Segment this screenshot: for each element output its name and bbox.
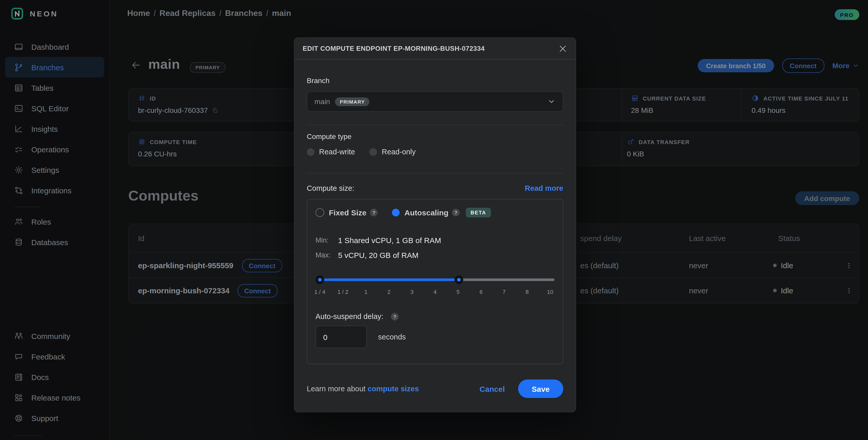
cancel-button[interactable]: Cancel bbox=[479, 384, 505, 393]
compute-type-label: Compute type bbox=[307, 132, 563, 140]
primary-badge: PRIMARY bbox=[335, 97, 370, 106]
min-label: Min: bbox=[315, 237, 338, 244]
radio-label: Read-only bbox=[382, 148, 415, 156]
slider-ticks: 1 / 4 1 / 2 1 2 3 4 5 6 7 8 10 bbox=[315, 289, 555, 295]
slider-min-handle[interactable] bbox=[315, 275, 324, 284]
learn-more-prefix: Learn more about bbox=[307, 385, 368, 393]
chevron-down-icon bbox=[547, 97, 556, 106]
save-button[interactable]: Save bbox=[518, 379, 563, 398]
branch-select[interactable]: main PRIMARY bbox=[307, 91, 563, 112]
slider-tick: 1 bbox=[364, 289, 367, 295]
auto-suspend-unit: seconds bbox=[378, 333, 406, 341]
radio-icon bbox=[307, 148, 314, 156]
slider-max-handle[interactable] bbox=[455, 275, 463, 284]
min-value: 1 Shared vCPU, 1 GB of RAM bbox=[338, 236, 441, 245]
radio-read-only[interactable]: Read-only bbox=[369, 148, 415, 156]
slider-tick: 3 bbox=[410, 289, 413, 295]
slider-tick: 6 bbox=[479, 289, 483, 295]
app: NEON Dashboard Branches Tables SQL Edito… bbox=[0, 0, 868, 440]
auto-suspend-label: Auto-suspend delay: bbox=[315, 312, 383, 320]
compute-size-fieldset: Fixed Size ? Autoscaling ? BETA Min: 1 S… bbox=[307, 199, 563, 364]
divider bbox=[307, 125, 563, 125]
auto-suspend-input-row: 0 seconds bbox=[315, 326, 555, 348]
slider-tick: 5 bbox=[457, 289, 460, 295]
branch-select-value: main bbox=[314, 97, 330, 106]
auto-suspend-label-row: Auto-suspend delay: ? bbox=[315, 312, 555, 320]
radio-label: Read-write bbox=[319, 148, 355, 156]
divider bbox=[307, 173, 563, 173]
slider-tick: 10 bbox=[547, 289, 554, 295]
slider-tick: 8 bbox=[526, 289, 529, 295]
max-size-row: Max: 5 vCPU, 20 GB of RAM bbox=[315, 251, 555, 259]
compute-type-options: Read-write Read-only bbox=[307, 148, 563, 156]
radio-fixed-size[interactable] bbox=[315, 208, 324, 217]
modal-header: EDIT COMPUTE ENDPOINT EP-MORNING-BUSH-07… bbox=[294, 38, 576, 60]
radio-read-write[interactable]: Read-write bbox=[307, 148, 355, 156]
close-icon[interactable] bbox=[558, 44, 567, 53]
sizing-mode-options: Fixed Size ? Autoscaling ? BETA bbox=[315, 208, 555, 217]
radio-autoscaling[interactable] bbox=[392, 209, 400, 216]
compute-sizes-link[interactable]: compute sizes bbox=[368, 385, 419, 393]
slider-tick: 7 bbox=[502, 289, 505, 295]
min-size-row: Min: 1 Shared vCPU, 1 GB of RAM bbox=[315, 236, 555, 245]
radio-icon bbox=[369, 148, 377, 156]
branch-label: Branch bbox=[307, 76, 563, 85]
slider-fill bbox=[315, 279, 459, 281]
help-icon[interactable]: ? bbox=[370, 209, 378, 216]
compute-size-slider[interactable] bbox=[315, 275, 555, 284]
max-label: Max: bbox=[315, 251, 338, 259]
compute-size-row: Compute size: Read more bbox=[307, 184, 563, 192]
edit-compute-endpoint-modal: EDIT COMPUTE ENDPOINT EP-MORNING-BUSH-07… bbox=[294, 37, 576, 412]
modal-body: Branch main PRIMARY Compute type Read-wr… bbox=[294, 76, 576, 398]
slider-tick: 4 bbox=[433, 289, 437, 295]
auto-suspend-input[interactable]: 0 bbox=[315, 326, 367, 348]
slider-tick: 2 bbox=[387, 289, 391, 295]
beta-badge: BETA bbox=[466, 208, 491, 217]
modal-title: EDIT COMPUTE ENDPOINT EP-MORNING-BUSH-07… bbox=[303, 44, 485, 52]
modal-footer: Learn more about compute sizes Cancel Sa… bbox=[307, 379, 563, 398]
help-icon[interactable]: ? bbox=[452, 209, 460, 216]
help-icon[interactable]: ? bbox=[391, 313, 399, 320]
max-value: 5 vCPU, 20 GB of RAM bbox=[338, 251, 418, 259]
learn-more-text: Learn more about compute sizes bbox=[307, 385, 419, 393]
compute-size-label: Compute size: bbox=[307, 184, 354, 192]
slider-tick: 1 / 4 bbox=[314, 289, 326, 295]
fixed-size-label: Fixed Size bbox=[329, 208, 367, 217]
read-more-link[interactable]: Read more bbox=[525, 184, 563, 192]
autoscaling-label: Autoscaling bbox=[404, 208, 448, 217]
slider-tick: 1 / 2 bbox=[337, 289, 348, 295]
